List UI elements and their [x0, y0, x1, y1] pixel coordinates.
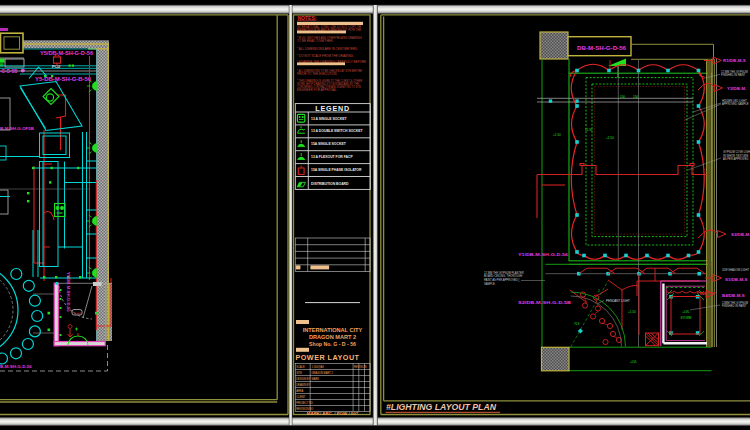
svg-text:R1/DB-M-S: R1/DB-M-S: [723, 58, 746, 63]
svg-text:BOARD CEILING. THOROUGH: BOARD CEILING. THOROUGH: [484, 274, 522, 278]
svg-text:PRIOR TO THE EXECUTION.: PRIOR TO THE EXECUTION.: [297, 72, 338, 76]
svg-text:FCU: FCU: [52, 64, 60, 69]
svg-text:12MM THK GYPSUM: 12MM THK GYPSUM: [722, 301, 749, 305]
svg-text:SAMPLE.: SAMPLE.: [484, 282, 496, 286]
svg-text:DRAGON MART 2: DRAGON MART 2: [309, 334, 356, 340]
svg-text:IN WHITE TEXTURE: IN WHITE TEXTURE: [723, 154, 749, 158]
svg-text:HIDDEN LED LIGHT: HIDDEN LED LIGHT: [722, 99, 747, 103]
svg-text:Y5/DB-M-SH-G-D-56: Y5/DB-M-SH-G-D-56: [66, 272, 71, 312]
svg-text:AREA: AREA: [296, 389, 303, 393]
svg-text:+LVL: +LVL: [682, 310, 690, 314]
svg-text:150: 150: [620, 95, 625, 99]
svg-text:MARK/ ARC. / POW / 007: MARK/ ARC. / POW / 007: [307, 411, 359, 416]
svg-text:1:100@A3: 1:100@A3: [312, 365, 325, 369]
svg-text:Y5/DB-M-SH-G-D-56: Y5/DB-M-SH-G-D-56: [40, 51, 94, 56]
svg-text:DESIGN BY: DESIGN BY: [296, 377, 310, 381]
svg-text:APPROVED SAMPLE: APPROVED SAMPLE: [722, 102, 749, 106]
svg-text:13 A DOUBLE SWITCH SOCKET: 13 A DOUBLE SWITCH SOCKET: [311, 129, 363, 133]
svg-text:Shop No. G - D - 56: Shop No. G - D - 56: [309, 341, 356, 347]
svg-text:DRAGON MART 2: DRAGON MART 2: [312, 371, 334, 375]
svg-text:B4/DB-M-S: B4/DB-M-S: [722, 293, 745, 298]
svg-text:* ALL DIMENSIONS ARE IN CENTIM: * ALL DIMENSIONS ARE IN CENTIMETERS.: [297, 47, 358, 51]
svg-text:STORE: STORE: [681, 316, 692, 320]
svg-text:FINISHED IN PAINT: FINISHED IN PAINT: [722, 304, 747, 308]
svg-text:POWER LAYOUT: POWER LAYOUT: [295, 353, 359, 362]
svg-text:SCALE: SCALE: [296, 365, 305, 369]
svg-text:PENDANT LIGHT: PENDANT LIGHT: [606, 299, 630, 303]
svg-text:CLIENT: CLIENT: [296, 395, 306, 399]
svg-text:11.50: 11.50: [585, 128, 593, 132]
svg-text:S2/DB-M-SH-G-D-5B: S2/DB-M-SH-G-D-5B: [518, 300, 571, 305]
svg-text:20W SHADOW LIGHT: 20W SHADOW LIGHT: [722, 268, 749, 272]
svg-text:INTERNATIONAL CITY: INTERNATIONAL CITY: [303, 327, 363, 333]
svg-text:REVISION: REVISION: [354, 365, 367, 369]
svg-text:YL9: YL9: [574, 322, 580, 326]
svg-text:DISTRIBUTION BOARD: DISTRIBUTION BOARD: [311, 182, 349, 186]
svg-text:TO BE READ TOGETHER.: TO BE READ TOGETHER.: [297, 39, 334, 43]
svg-text:MARK: MARK: [312, 377, 320, 381]
svg-text:12 MM THK GYPSUM PLASTER: 12 MM THK GYPSUM PLASTER: [484, 271, 524, 275]
svg-text:DB-M-SH-G-D-56: DB-M-SH-G-D-56: [577, 45, 626, 51]
svg-text:ENGINEER FOR APPROVAL.: ENGINEER FOR APPROVAL.: [297, 88, 337, 92]
svg-text:AS PER APPROVED: AS PER APPROVED: [723, 157, 748, 161]
svg-text:15A SINGLE PHASE ISOLATOR: 15A SINGLE PHASE ISOLATOR: [311, 168, 362, 172]
svg-text:LEGEND: LEGEND: [315, 104, 350, 113]
svg-text:* DO NOT SCALE FROM THE DRAWIN: * DO NOT SCALE FROM THE DRAWING.: [297, 54, 354, 58]
svg-text:13 A SINGLE SOCKET: 13 A SINGLE SOCKET: [311, 117, 347, 121]
svg-text:DRAWN BY: DRAWN BY: [296, 383, 310, 387]
svg-text:Y5-DB-M-SH-G-B-56: Y5-DB-M-SH-G-B-56: [35, 77, 92, 82]
svg-text:+1.50: +1.50: [553, 133, 561, 137]
svg-text:NOTES:: NOTES:: [298, 15, 317, 21]
svg-text:+1.50: +1.50: [606, 136, 614, 140]
svg-text:S3/DB-M-: S3/DB-M-: [731, 232, 750, 237]
svg-text:+1.50: +1.50: [628, 310, 636, 314]
svg-text:Y3/DB-M-: Y3/DB-M-: [727, 86, 747, 91]
svg-text:PAINT AS PER APPROVED [: PAINT AS PER APPROVED [: [484, 278, 519, 282]
svg-text:FINISHED IN PAINT: FINISHED IN PAINT: [721, 73, 746, 77]
svg-text:S1/DB-M-S: S1/DB-M-S: [725, 277, 748, 282]
svg-text:B-M-SH-G-D-56: B-M-SH-G-D-56: [0, 364, 32, 369]
svg-text:12 MM THK GYPSUM: 12 MM THK GYPSUM: [721, 70, 748, 74]
svg-text:#LIGHTING LAYOUT PLAN: #LIGHTING LAYOUT PLAN: [386, 401, 497, 412]
svg-text:Y1/DB-M-SH-G-D-56: Y1/DB-M-SH-G-D-56: [518, 252, 569, 257]
svg-text:-G-D-5B: -G-D-5B: [0, 69, 18, 74]
svg-text:13 A FLEXOUT FOR FACP: 13 A FLEXOUT FOR FACP: [311, 155, 353, 159]
svg-text:PROJECT NO.: PROJECT NO.: [296, 401, 314, 405]
svg-text:GYPSUM COVE LIGHT: GYPSUM COVE LIGHT: [723, 150, 750, 154]
svg-text:SITE: SITE: [296, 371, 302, 375]
svg-text:150: 150: [633, 95, 638, 99]
svg-text:15A SINGLE SOCKET: 15A SINGLE SOCKET: [311, 142, 347, 146]
svg-text:+LVL: +LVL: [630, 360, 637, 364]
